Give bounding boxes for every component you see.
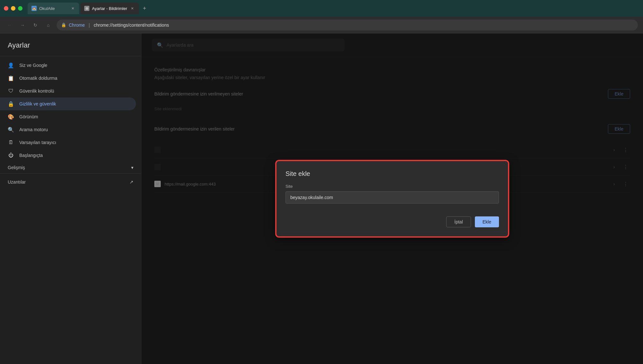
tab-title-settings: Ayarlar - Bildirimler (92, 6, 127, 11)
power-icon: ⏻ (8, 152, 14, 159)
tab-favicon-settings: ⚙ (84, 6, 89, 11)
traffic-lights (4, 6, 23, 11)
sidebar-item-gelismis[interactable]: Gelişmiş ▾ (0, 162, 141, 173)
sidebar-item-siz-ve-google[interactable]: 👤 Siz ve Google (0, 59, 136, 72)
content-area: 🔍 Özelleştirilmiş davranışlar Aşağıdaki … (141, 33, 643, 364)
dialog-overlay: Site ekle Site İptal Ekle (141, 33, 643, 364)
clipboard-icon: 📋 (8, 75, 14, 81)
palette-icon: 🎨 (8, 114, 14, 120)
sidebar-divider (0, 56, 141, 56)
chevron-down-icon: ▾ (131, 165, 133, 170)
sidebar-item-gorunum[interactable]: 🎨 Görünüm (0, 110, 136, 123)
reload-button[interactable]: ↻ (31, 21, 40, 30)
dialog-actions: İptal Ekle (285, 216, 499, 227)
back-button[interactable]: ← (5, 21, 14, 30)
url-bar[interactable]: 🔒 Chrome | chrome://settings/content/not… (57, 20, 638, 31)
sidebar-label-gelismis: Gelişmiş (8, 165, 25, 170)
tab-close-okulaile[interactable]: ✕ (70, 6, 75, 11)
person-icon: 👤 (8, 62, 14, 68)
new-tab-button[interactable]: + (140, 4, 149, 13)
forward-button[interactable]: → (18, 21, 27, 30)
url-text: chrome://settings/content/notifications (94, 23, 169, 28)
dialog-title: Site ekle (285, 170, 499, 177)
sidebar-item-baslangicta[interactable]: ⏻ Başlangıçta (0, 149, 136, 162)
tab-settings[interactable]: ⚙ Ayarlar - Bildirimler ✕ (80, 3, 139, 14)
lock-icon: 🔒 (8, 101, 14, 107)
tab-title-okulaile: OkulAile (39, 6, 68, 11)
sidebar-label-arama-motoru: Arama motoru (19, 127, 48, 132)
minimize-window-button[interactable] (11, 6, 15, 11)
dialog-cancel-button[interactable]: İptal (446, 216, 471, 227)
sidebar-item-guvenlik-kontrolu[interactable]: 🛡 Güvenlik kontrolü (0, 85, 136, 97)
addressbar: ← → ↻ ⌂ 🔒 Chrome | chrome://settings/con… (0, 17, 643, 33)
dialog-field-label: Site (285, 184, 499, 189)
home-button[interactable]: ⌂ (44, 21, 53, 30)
tab-bar: 🏫 OkulAile ✕ ⚙ Ayarlar - Bildirimler ✕ + (28, 3, 639, 14)
sidebar-label-gorunum: Görünüm (19, 114, 38, 119)
sidebar-title: Ayarlar (0, 41, 141, 56)
sidebar-item-varsayilan-tarayici[interactable]: 🗓 Varsayılan tarayıcı (0, 136, 136, 149)
sidebar-label-uzantilar: Uzantılar (8, 179, 26, 185)
url-separator: | (89, 23, 90, 28)
sidebar-item-gizlilik-ve-guvenlik[interactable]: 🔒 Gizlilik ve güvenlik (0, 97, 136, 110)
dialog-site-input[interactable] (285, 191, 499, 204)
sidebar-label-guvenlik-kontrolu: Güvenlik kontrolü (19, 88, 54, 94)
main-layout: Ayarlar 👤 Siz ve Google 📋 Otomatik doldu… (0, 33, 643, 364)
dialog-add-button[interactable]: Ekle (475, 216, 499, 227)
external-link-icon: ↗ (130, 179, 133, 185)
secure-icon: 🔒 (61, 23, 66, 27)
search-icon: 🔍 (8, 126, 14, 133)
site-ekle-dialog: Site ekle Site İptal Ekle (276, 161, 508, 236)
fullscreen-window-button[interactable] (18, 6, 23, 11)
shield-icon: 🛡 (8, 88, 14, 94)
sidebar-label-otomatik-doldurma: Otomatik doldurma (19, 76, 57, 81)
url-brand: Chrome (69, 23, 85, 28)
sidebar-label-varsayilan-tarayici: Varsayılan tarayıcı (19, 140, 56, 145)
titlebar: 🏫 OkulAile ✕ ⚙ Ayarlar - Bildirimler ✕ + (0, 0, 643, 17)
sidebar-label-siz-ve-google: Siz ve Google (19, 63, 47, 68)
tab-okulaile[interactable]: 🏫 OkulAile ✕ (28, 3, 79, 14)
sidebar-item-uzantilar[interactable]: Uzantılar ↗ (0, 176, 141, 188)
sidebar-item-otomatik-doldurma[interactable]: 📋 Otomatik doldurma (0, 72, 136, 85)
sidebar: Ayarlar 👤 Siz ve Google 📋 Otomatik doldu… (0, 33, 141, 364)
sidebar-item-arama-motoru[interactable]: 🔍 Arama motoru (0, 123, 136, 136)
close-window-button[interactable] (4, 6, 8, 11)
browser-icon: 🗓 (8, 139, 14, 146)
tab-favicon-okulaile: 🏫 (32, 6, 37, 11)
sidebar-label-baslangicta: Başlangıçta (19, 153, 43, 158)
tab-close-settings[interactable]: ✕ (130, 6, 135, 11)
sidebar-divider-2 (0, 173, 141, 174)
sidebar-label-gizlilik-ve-guvenlik: Gizlilik ve güvenlik (19, 101, 56, 106)
